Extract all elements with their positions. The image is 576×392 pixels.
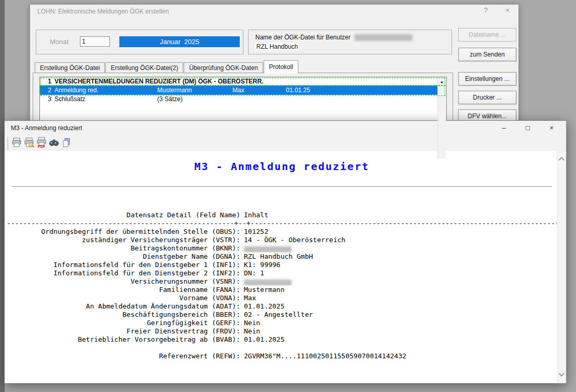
field-label: Betrieblicher Vorsorgebeitrag ab (BVAB):	[7, 335, 240, 344]
field-label: Familienname (FANA):	[7, 286, 240, 294]
field-value: 2GVRM36"M....111002501155059070014142432	[244, 352, 406, 360]
print-icon[interactable]	[11, 137, 23, 149]
month-groupbox: Monat Januar 2025	[36, 30, 243, 54]
field-label: Freier Dienstvertrag (FRDV):	[7, 327, 240, 335]
field-label: Versicherungsnummer (VSNR):	[7, 277, 240, 286]
copy-icon[interactable]	[61, 137, 73, 149]
svg-text:PDF: PDF	[38, 145, 46, 148]
list-row-3[interactable]: 3Schlußsatz(3 Sätze)	[40, 95, 446, 103]
chevron-down-icon[interactable]	[557, 371, 566, 379]
field-value: Mustermann	[244, 286, 284, 294]
tab-strip: Erstellung ÖGK-DateiErstellung ÖGK-Datei…	[35, 60, 299, 73]
report-line: Ordnungsbegriff der übermittelnden Stell…	[7, 228, 558, 236]
row-number: 2	[43, 86, 51, 95]
redacted-value	[244, 246, 292, 253]
field-label: Beitragskontonummer (BKNR):	[7, 244, 240, 253]
report-line: Dienstgeber Name (DGNA):RZL Handbuch Gmb…	[7, 253, 558, 261]
redacted-username	[354, 34, 413, 41]
file-name-value: RZL Handbuch	[255, 43, 299, 50]
report-line: Vorname (VONA):Max	[7, 294, 558, 302]
row-cell: (3 Sätze)	[157, 95, 183, 103]
maximize-button[interactable]: □	[516, 121, 539, 135]
field-value: RZL Handbuch GmbH	[244, 253, 313, 261]
list-scrollbar[interactable]: ▲	[437, 78, 446, 159]
report-line: Betrieblicher Vorsorgebeitrag ab (BVAB):…	[7, 335, 558, 344]
report-blank-line	[7, 344, 558, 352]
field-label: Vorname (VONA):	[7, 294, 240, 302]
report-line: An Abmeldedatum Änderungsdatum (ADAT):01…	[7, 302, 558, 311]
field-value: 101252	[244, 228, 268, 236]
m3-scrollbar[interactable]	[557, 151, 566, 383]
chevron-up-icon[interactable]	[557, 155, 566, 162]
report-line: Beschäftigungsbereich (BBER):02 - Angest…	[7, 311, 558, 319]
report-heading: M3 - Anmeldung reduziert	[5, 160, 558, 173]
minimize-button[interactable]: –	[492, 121, 515, 135]
toolbar-gripper[interactable]	[7, 137, 10, 149]
file-name-caption: Name der ÖGK-Datei für Benutzer	[255, 34, 413, 41]
month-input[interactable]	[80, 36, 110, 47]
report-line: Referenzwert (REFW):2GVRM36"M....1110025…	[7, 352, 558, 360]
close-button[interactable]: ×	[500, 6, 515, 17]
tab-erstellung-gk-datei[interactable]: Erstellung ÖGK-Datei	[35, 62, 105, 74]
scroll-up-icon[interactable]: ▲	[438, 78, 446, 86]
row-cell: Anmeldung red.	[54, 86, 99, 95]
desktop-background: LOHN: Elektronische Meldungen ÖGK erstel…	[0, 0, 576, 392]
m3-titlebar: M3 - Anmeldung reduziert – □ ×	[5, 121, 566, 135]
report-line: Geringfügigkeit (GERF):Nein	[7, 319, 558, 327]
field-value: Nein	[244, 319, 260, 327]
report-line: Versicherungsnummer (VSNR):	[7, 277, 558, 286]
lohn-window-title: LOHN: Elektronische Meldungen ÖGK erstel…	[37, 8, 169, 15]
button-zum-senden[interactable]: zum Senden	[458, 48, 516, 61]
list-row-2[interactable]: 2Anmeldung red.MustermannMax01.01.25	[40, 86, 438, 95]
field-label: An Abmeldedatum Änderungsdatum (ADAT):	[7, 302, 240, 311]
print-preview-icon[interactable]	[23, 137, 35, 149]
row-number: 1	[43, 78, 51, 85]
tab-berpr-fung-gk-daten[interactable]: Überprüfung ÖGK-Daten	[184, 62, 263, 74]
row-number: 3	[43, 95, 51, 103]
report-line: zuständiger Versicherungsträger (VSTR):1…	[7, 236, 558, 244]
button-drucker[interactable]: Drucker ...	[458, 91, 516, 104]
report-line: Familienname (FANA):Mustermann	[7, 286, 558, 294]
help-button[interactable]: ?	[478, 6, 493, 17]
file-name-groupbox: Name der ÖGK-Datei für Benutzer RZL Hand…	[248, 30, 452, 54]
m3-window-title: M3 - Anmeldung reduziert	[11, 124, 82, 132]
lohn-titlebar: LOHN: Elektronische Meldungen ÖGK erstel…	[30, 5, 518, 18]
list-row-1[interactable]: 1VERSICHERTENMELDUNGEN REDUZIERT (DM) ÖG…	[40, 78, 446, 86]
field-value: 02 - Angestellter	[244, 311, 313, 319]
search-icon[interactable]	[48, 137, 60, 149]
report-line: Freier Dienstvertrag (FRDV):Nein	[7, 327, 558, 335]
tab-protokoll[interactable]: Protokoll	[264, 60, 298, 74]
row-cell: Schlußsatz	[54, 95, 85, 103]
field-label: Dienstgeber Name (DGNA):	[7, 253, 240, 261]
m3-window: M3 - Anmeldung reduziert – □ ×	[4, 120, 567, 384]
month-label: Monat	[50, 38, 68, 46]
button-einstellungen[interactable]: Einstellungen ...	[458, 72, 516, 86]
field-value: Nein	[244, 327, 260, 335]
report-lines: Datensatz Detail (Feld Name)Inhalt------…	[7, 211, 558, 360]
row-cell: 01.01.25	[286, 86, 310, 95]
heading-divider	[11, 186, 552, 187]
field-value: DN: 1	[244, 269, 264, 277]
m3-toolbar: PDF	[5, 135, 566, 151]
month-progress-bar: Januar 2025	[119, 36, 240, 47]
field-label: zuständiger Versicherungsträger (VSTR):	[7, 236, 240, 244]
report-line: Informationsfeld für den Dienstgeber 2 (…	[7, 269, 558, 277]
field-label: Datensatz Detail (Feld Name)	[7, 211, 240, 219]
button-dateiname[interactable]: Dateiname ...	[458, 28, 516, 41]
print-pdf-icon[interactable]: PDF	[36, 137, 48, 149]
close-button[interactable]: ×	[540, 121, 563, 135]
report-line: Informationsfeld für den Dienstgeber 1 (…	[7, 261, 558, 269]
redacted-value	[244, 279, 292, 286]
row-cell: Max	[232, 86, 244, 95]
field-value: 14 - ÖGK - Oberösterreich	[244, 236, 346, 244]
row-cell: Mustermann	[157, 86, 192, 95]
field-label: Geringfügigkeit (GERF):	[7, 319, 240, 327]
field-label: Ordnungsbegriff der übermittelnden Stell…	[7, 228, 240, 236]
field-label: Informationsfeld für den Dienstgeber 1 (…	[7, 261, 240, 269]
field-value: K1: 99996	[244, 261, 280, 269]
field-label: Beschäftigungsbereich (BBER):	[7, 311, 240, 319]
report-separator: ----------------------------------------…	[7, 219, 558, 228]
tab-erstellung-gk-datei-2[interactable]: Erstellung ÖGK-Datei(2)	[105, 62, 183, 74]
field-value: 01.01.2025	[244, 302, 284, 311]
row-cell: VERSICHERTENMELDUNGEN REDUZIERT (DM) ÖGK…	[54, 78, 264, 85]
